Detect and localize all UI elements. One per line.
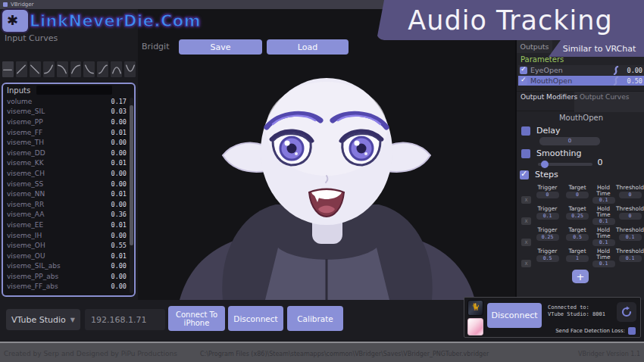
load-button[interactable]: Load <box>267 39 349 55</box>
file-path-text: C:\Program Files (x86)\Steam\steamapps\c… <box>200 351 489 357</box>
calibrate-button[interactable]: Calibrate <box>287 306 343 331</box>
step-value-input[interactable]: 0.1 <box>592 261 615 267</box>
add-step-button[interactable]: + <box>572 270 589 283</box>
input-row-volume[interactable]: volume0.17 <box>3 96 134 107</box>
input-row-viseme_RR[interactable]: viseme_RR0.00 <box>3 199 134 210</box>
input-row-viseme_SS[interactable]: viseme_SS0.00 <box>3 179 134 189</box>
inputs-scrollbar[interactable] <box>130 98 133 293</box>
step-value-input[interactable]: 0.5 <box>566 234 589 241</box>
eyeopen-checkbox[interactable] <box>520 67 527 74</box>
step-value-input[interactable]: 0.1 <box>592 239 615 246</box>
param-row-eyeopen[interactable]: EyeOpen 0.00 <box>518 65 644 75</box>
step-row-1: XTrigger0Target0Hold Time0.1Threshold0 <box>517 185 644 204</box>
curve-button-ease-in-up[interactable] <box>42 61 55 78</box>
curve-edit-icon[interactable] <box>611 76 620 86</box>
face-loss-checkbox[interactable] <box>628 327 636 335</box>
device-select[interactable]: VTube Studio ▼ <box>6 309 80 330</box>
input-row-viseme_AA[interactable]: viseme_AA0.36 <box>3 210 134 220</box>
input-row-viseme_OU[interactable]: viseme_OU0.01 <box>3 251 134 261</box>
inputs-scrollbar-thumb[interactable] <box>130 105 133 245</box>
step-value-input[interactable]: 0 <box>536 192 559 198</box>
param-name: EyeOpen <box>530 66 608 74</box>
delay-input[interactable]: 0 <box>539 137 600 145</box>
steps-checkbox[interactable] <box>520 170 529 179</box>
inputs-filter-box[interactable] <box>36 86 112 95</box>
input-row-viseme_OH[interactable]: viseme_OH0.55 <box>3 240 134 251</box>
step-value-input[interactable]: 0.1 <box>592 218 615 225</box>
bell-curve-icon <box>111 64 122 74</box>
curve-button-ease-out-down[interactable] <box>83 61 95 78</box>
ip-address-input[interactable]: 192.168.1.71 <box>85 309 165 330</box>
curve-edit-icon[interactable] <box>611 66 620 75</box>
ease-out-down-curve-icon <box>84 64 95 74</box>
input-row-viseme_KK[interactable]: viseme_KK0.01 <box>3 158 134 169</box>
delay-checkbox[interactable] <box>521 126 530 136</box>
input-row-viseme_SIL_abs[interactable]: viseme_SIL_abs0.00 <box>3 261 134 272</box>
remove-step-button[interactable]: X <box>521 196 531 204</box>
input-row-viseme_PP[interactable]: viseme_PP0.00 <box>3 117 134 127</box>
vts-disconnect-button[interactable]: Disconnect <box>487 303 542 328</box>
step-value-input[interactable]: 0 <box>619 213 642 220</box>
step-value-input[interactable]: 0.1 <box>536 213 559 220</box>
smoothing-label: Smoothing <box>536 148 581 158</box>
smoothing-value: 0 <box>592 158 608 167</box>
step-col-header: Trigger <box>538 248 558 254</box>
step-value-input[interactable]: 0.25 <box>566 213 589 220</box>
save-button[interactable]: Save <box>179 39 262 55</box>
input-row-viseme_TH[interactable]: viseme_TH0.00 <box>3 137 134 148</box>
remove-step-button[interactable]: X <box>521 239 531 246</box>
app-icon <box>3 2 8 7</box>
input-row-viseme_NN[interactable]: viseme_NN0.01 <box>3 189 134 199</box>
input-name: viseme_IH <box>7 232 111 239</box>
input-row-viseme_FF[interactable]: viseme_FF0.01 <box>3 127 134 138</box>
model-thumbnail[interactable] <box>467 318 483 335</box>
curve-button-ease-out-up[interactable] <box>70 61 83 78</box>
param-name: MouthOpen <box>530 76 608 85</box>
input-row-viseme_DD[interactable]: viseme_DD0.00 <box>3 148 134 158</box>
input-row-viseme_EE[interactable]: viseme_EE0.01 <box>3 220 134 230</box>
step-value-input[interactable]: 1 <box>566 255 589 262</box>
step-value-input[interactable]: 0.5 <box>536 255 559 262</box>
curve-button-linear-up[interactable] <box>15 61 28 78</box>
tab-output-curves[interactable]: Output Curves <box>580 93 629 101</box>
step-col-header: Trigger <box>538 185 558 191</box>
curve-button-linear-down[interactable] <box>29 61 42 78</box>
step-value-input[interactable]: 0.25 <box>536 234 559 241</box>
curve-button-constant[interactable] <box>2 61 14 78</box>
curve-button-ease-in-down[interactable] <box>56 61 69 78</box>
remove-step-button[interactable]: X <box>521 260 531 267</box>
step-value-input[interactable]: 0.1 <box>592 197 615 204</box>
step-value-input[interactable]: 0.1 <box>619 255 642 262</box>
input-row-viseme_FF_abs[interactable]: viseme_FF_abs0.00 <box>3 282 134 292</box>
tab-output-modifiers[interactable]: Output Modifiers <box>521 93 577 101</box>
vtube-studio-thumbnail[interactable] <box>467 300 483 316</box>
mouthopen-checkbox[interactable] <box>520 77 527 85</box>
disconnect-button[interactable]: Disconnect <box>228 306 283 331</box>
input-row-viseme_PP_abs[interactable]: viseme_PP_abs0.00 <box>3 271 134 282</box>
param-row-mouthopen[interactable]: MouthOpen 0.50 <box>518 76 644 86</box>
input-row-viseme_SIL[interactable]: viseme_SIL0.03 <box>3 107 134 117</box>
smoothing-slider-handle[interactable] <box>541 161 549 168</box>
step-value-input[interactable]: 0 <box>619 192 642 198</box>
smoothing-slider[interactable] <box>538 163 592 166</box>
curve-button-s-curve[interactable] <box>96 61 109 78</box>
banner-subtitle-box: Similar to VRChat <box>549 40 644 57</box>
ease-in-down-curve-icon <box>57 64 67 74</box>
bridgit-label: Bridgit <box>142 42 169 51</box>
ease-out-up-curve-icon <box>70 64 81 74</box>
version-text: VBridger Version 1.1 <box>578 351 640 357</box>
input-row-viseme_CH[interactable]: viseme_CH0.00 <box>3 168 134 179</box>
chevron-down-icon: ▼ <box>70 317 75 323</box>
smoothing-checkbox[interactable] <box>521 149 530 158</box>
refresh-button[interactable] <box>617 302 636 322</box>
input-row-viseme_IH[interactable]: viseme_IH0.00 <box>3 230 134 241</box>
curve-button-bell[interactable] <box>110 61 123 78</box>
curve-button-valley[interactable] <box>123 61 136 78</box>
connect-to-iphone-button[interactable]: Connect To iPhone <box>168 306 225 331</box>
step-value-input[interactable]: 0 <box>566 192 589 198</box>
step-row-4: XTrigger0.5Target1Hold Time0.1Threshold0… <box>517 248 644 268</box>
step-col-header: Target <box>568 206 586 212</box>
remove-step-button[interactable]: X <box>521 217 531 225</box>
step-value-input[interactable]: 0.1 <box>619 234 642 241</box>
tab-outputs[interactable]: Outputs <box>517 39 552 53</box>
